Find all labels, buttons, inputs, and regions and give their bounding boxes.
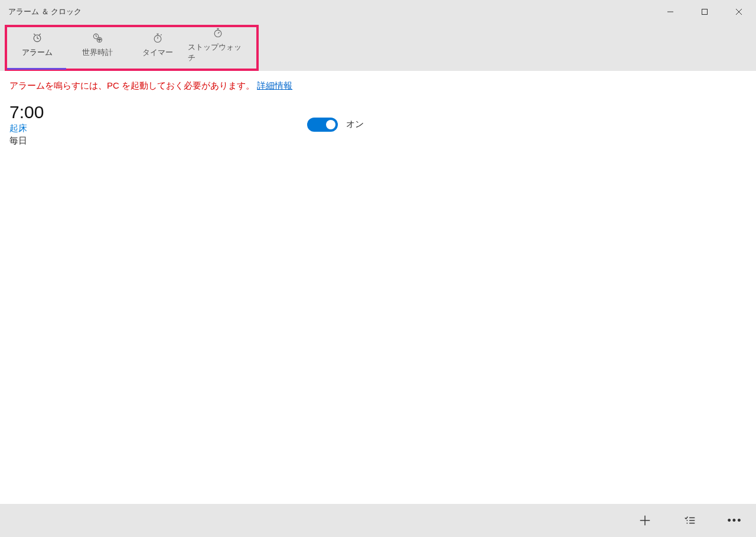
tab-alarm[interactable]: アラーム: [7, 24, 67, 66]
toggle-label: オン: [346, 119, 364, 130]
titlebar: アラーム ＆ クロック: [0, 0, 756, 24]
svg-line-19: [218, 32, 220, 34]
tab-timer[interactable]: タイマー: [128, 24, 188, 66]
notice: アラームを鳴らすには、PC を起動しておく必要があります。 詳細情報: [9, 80, 747, 92]
alarm-name: 起床: [9, 123, 44, 134]
window-controls: [653, 0, 756, 24]
svg-line-7: [34, 34, 35, 35]
world-clock-icon: [92, 32, 103, 44]
alarm-toggle-group: オン: [307, 118, 364, 132]
svg-line-6: [37, 38, 39, 39]
tab-world-clock[interactable]: 世界時計: [67, 24, 128, 66]
svg-line-11: [96, 37, 97, 37]
alarm-row[interactable]: 7:00 起床 毎日 オン: [9, 100, 364, 149]
minimize-button[interactable]: [653, 0, 687, 24]
add-button[interactable]: [631, 506, 659, 535]
alarm-toggle[interactable]: [307, 118, 338, 132]
stopwatch-icon: [212, 27, 224, 38]
more-icon: •••: [728, 515, 742, 527]
content-area: アラームを鳴らすには、PC を起動しておく必要があります。 詳細情報 7:00 …: [0, 71, 756, 504]
alarm-info: 7:00 起床 毎日: [9, 102, 44, 147]
tab-label: ストップウォッチ: [188, 42, 248, 63]
select-button[interactable]: [676, 506, 704, 535]
tab-label: タイマー: [142, 47, 173, 58]
svg-rect-1: [702, 9, 708, 15]
app-title: アラーム ＆ クロック: [8, 6, 82, 17]
close-button[interactable]: [722, 0, 756, 24]
alarm-time: 7:00: [9, 102, 44, 122]
maximize-button[interactable]: [687, 0, 722, 24]
notice-link[interactable]: 詳細情報: [257, 80, 292, 90]
svg-line-8: [39, 34, 41, 35]
tabbar: アラーム 世界時計 タイマー: [0, 24, 756, 71]
tab-stopwatch[interactable]: ストップウォッチ: [188, 24, 248, 66]
tab-label: アラーム: [22, 47, 53, 58]
tab-label: 世界時計: [82, 47, 113, 58]
alarm-repeat: 毎日: [9, 135, 44, 147]
more-button[interactable]: •••: [721, 506, 749, 535]
svg-line-17: [161, 34, 162, 35]
alarm-icon: [31, 32, 43, 44]
timer-icon: [152, 32, 164, 44]
notice-text: アラームを鳴らすには、PC を起動しておく必要があります。: [9, 80, 255, 90]
bottombar: •••: [0, 504, 756, 537]
